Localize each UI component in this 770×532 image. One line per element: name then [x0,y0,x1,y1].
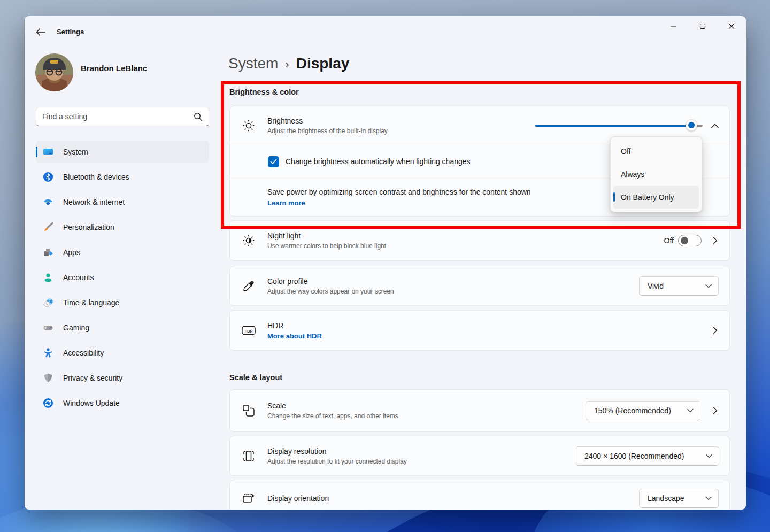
maximize-button[interactable] [695,18,711,34]
back-button[interactable] [33,25,48,40]
display-orientation-title: Display orientation [267,494,329,503]
display-orientation-icon [242,491,256,505]
settings-window: Settings [25,16,746,510]
flyout-item-on-battery-only[interactable]: On Battery Only [613,186,699,209]
chevron-right-icon[interactable] [709,405,721,417]
sidebar-item-personalization[interactable]: Personalization [36,217,209,238]
sidebar-item-label: Gaming [63,323,89,332]
chevron-up-icon [711,124,719,128]
sidebar-item-label: Time & language [63,298,119,307]
night-light-card[interactable]: Night light Use warmer colors to help bl… [229,220,730,261]
display-orientation-card: Display orientation Landscape [229,480,730,510]
sidebar-item-accounts[interactable]: Accounts [36,267,209,288]
section-heading-scale-layout: Scale & layout [229,373,282,382]
back-arrow-icon [36,28,45,36]
color-profile-subtitle: Adjust the way colors appear on your scr… [267,288,394,295]
collapse-button[interactable] [708,119,722,133]
sidebar-item-label: Privacy & security [63,374,122,382]
color-profile-title: Color profile [267,277,394,286]
sidebar-item-time-language[interactable]: Time & language [36,292,209,313]
search-input[interactable] [42,108,192,125]
sidebar-item-label: System [63,148,88,156]
close-button[interactable] [723,18,740,34]
sidebar-item-apps[interactable]: Apps [36,242,209,263]
sidebar-item-label: Windows Update [63,399,120,407]
color-profile-dropdown[interactable]: Vivid [639,276,719,296]
display-resolution-value: 2400 × 1600 (Recommended) [584,452,684,460]
brightness-slider[interactable] [535,125,703,127]
scale-icon [242,404,256,418]
sidebar-item-network[interactable]: Network & internet [36,191,209,213]
window-title: Settings [57,28,84,36]
display-orientation-dropdown[interactable]: Landscape [639,489,719,508]
scale-card[interactable]: Scale Change the size of text, apps, and… [229,389,730,432]
flyout-item-off[interactable]: Off [613,140,699,163]
more-about-hdr-link[interactable]: More about HDR [267,332,322,340]
flyout-item-always[interactable]: Always [613,163,699,186]
apps-icon [43,247,53,258]
color-profile-value: Vivid [648,282,664,290]
brightness-slider-fill [535,125,691,127]
display-resolution-icon [242,449,256,463]
desktop-wallpaper: Settings [0,0,770,532]
scale-value: 150% (Recommended) [594,406,671,415]
wifi-icon [43,197,53,207]
page-title: Display [296,55,350,72]
chevron-right-icon[interactable] [709,235,721,246]
scale-subtitle: Change the size of text, apps, and other… [267,412,398,420]
checkmark-icon [270,159,277,165]
chevron-down-icon [705,284,712,288]
minimize-button[interactable] [665,18,681,34]
minimize-icon [670,23,676,29]
auto-brightness-label: Change brightness automatically when lig… [286,157,471,166]
scale-title: Scale [267,402,398,410]
shield-icon [43,373,53,383]
sidebar-item-label: Bluetooth & devices [63,173,129,181]
color-profile-icon [242,279,256,293]
close-icon [728,23,735,29]
bluetooth-icon [43,172,53,182]
sidebar-item-bluetooth[interactable]: Bluetooth & devices [36,166,209,188]
paintbrush-icon [43,222,53,233]
chevron-down-icon [705,496,712,500]
auto-brightness-checkbox[interactable] [268,156,279,167]
person-icon [43,272,53,283]
breadcrumb: System › Display [228,55,349,72]
display-resolution-dropdown[interactable]: 2400 × 1600 (Recommended) [576,446,719,466]
sidebar-item-accessibility[interactable]: Accessibility [36,342,209,364]
hdr-card[interactable]: HDR HDR More about HDR [229,310,730,351]
hdr-title: HDR [267,321,322,330]
night-light-icon [242,234,256,248]
user-name: Brandon LeBlanc [81,64,147,73]
night-light-title: Night light [267,232,386,240]
clock-globe-icon [43,297,53,308]
sidebar-item-system[interactable]: System [36,141,209,163]
brightness-icon [242,119,256,133]
search-box [36,107,209,126]
night-light-toggle[interactable] [678,235,702,246]
chevron-down-icon [687,408,694,413]
night-light-toggle-state: Off [664,236,674,245]
night-light-subtitle: Use warmer colors to help block blue lig… [267,242,386,250]
sidebar-item-label: Accounts [63,273,94,282]
hdr-icon: HDR [242,323,256,337]
sidebar-item-label: Personalization [63,223,114,232]
update-icon [43,398,53,408]
sidebar-item-label: Apps [63,248,80,257]
display-orientation-value: Landscape [648,494,684,503]
auto-brightness-flyout: Off Always On Battery Only [610,136,702,212]
brightness-subtitle: Adjust the brightness of the built-in di… [267,127,388,135]
chevron-right-icon[interactable] [709,325,721,336]
brightness-slider-thumb[interactable] [686,119,697,131]
sidebar-item-windows-update[interactable]: Windows Update [36,392,209,414]
toggle-knob [681,237,688,244]
maximize-icon [699,23,706,29]
breadcrumb-separator-icon: › [285,56,289,72]
sidebar-item-privacy[interactable]: Privacy & security [36,367,209,389]
scale-dropdown[interactable]: 150% (Recommended) [586,401,700,420]
display-resolution-title: Display resolution [267,447,407,456]
sidebar-item-label: Network & internet [63,198,125,206]
sidebar-item-gaming[interactable]: Gaming [36,317,209,338]
breadcrumb-system[interactable]: System [228,55,278,72]
hdr-badge-text: HDR [244,329,252,333]
